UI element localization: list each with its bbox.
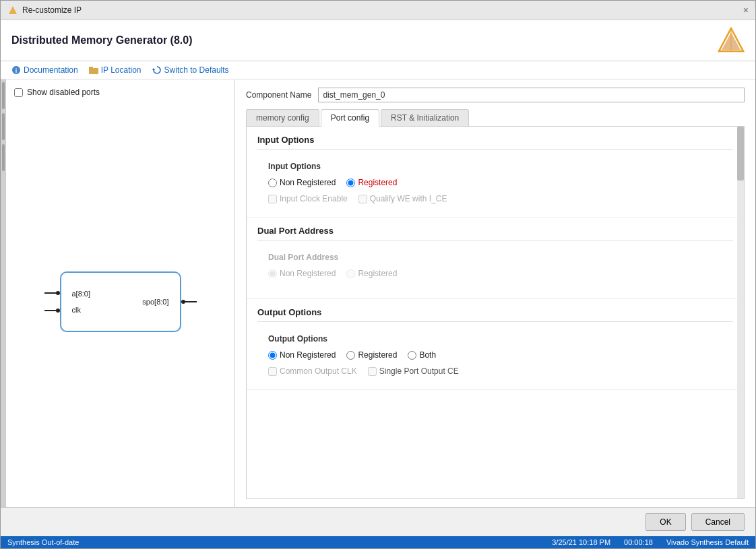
output-non-registered-radio[interactable] — [268, 351, 277, 360]
component-name-row: Component Name — [246, 88, 745, 102]
dual-port-address-subsection: Dual Port Address Non Registered Registe… — [257, 247, 733, 290]
svg-rect-7 — [89, 67, 93, 69]
output-options-checkbox-group: Common Output CLK Single Port Output CE — [268, 366, 722, 376]
status-time: 00:00:18 — [624, 538, 653, 546]
tab-content-port-config: Input Options Input Options Non Register… — [246, 127, 745, 499]
tab-memory-config[interactable]: memory config — [246, 109, 319, 126]
dual-registered-radio — [346, 269, 355, 278]
input-options-radio-group: Non Registered Registered — [268, 178, 722, 187]
app-icon — [7, 5, 18, 15]
close-button[interactable]: × — [743, 5, 749, 15]
input-registered-radio[interactable] — [346, 179, 355, 187]
component-name-label: Component Name — [246, 90, 311, 100]
show-disabled-row: Show disabled ports — [14, 88, 226, 97]
port-a-label: a[8:0] — [72, 290, 91, 298]
tab-bar: memory config Port config RST & Initiali… — [246, 109, 745, 127]
output-options-radio-group: Non Registered Registered Both — [268, 350, 722, 360]
input-options-checkbox-group: Input Clock Enable Qualify WE with I_CE — [268, 194, 722, 203]
dual-port-address-section: Dual Port Address Dual Port Address Non … — [247, 218, 744, 299]
sidebar-segment — [2, 144, 5, 171]
port-clk-label: clk — [72, 306, 91, 314]
svg-text:i: i — [15, 67, 18, 74]
synthesis-status: Synthesis Out-of-date — [7, 538, 79, 546]
right-panel: Component Name memory config Port config… — [235, 79, 755, 507]
show-disabled-label[interactable]: Show disabled ports — [27, 88, 100, 97]
dual-port-address-radio-group: Non Registered Registered — [268, 269, 722, 278]
dual-registered-option: Registered — [346, 269, 397, 278]
title-bar: Re-customize IP × — [1, 1, 755, 20]
info-icon: i — [11, 65, 21, 75]
ip-location-label: IP Location — [101, 65, 141, 75]
dual-non-registered-radio — [268, 269, 277, 278]
sidebar-segment — [2, 113, 5, 140]
switch-defaults-button[interactable]: Switch to Defaults — [152, 65, 229, 75]
chip-right-ports: spo[8:0] — [142, 298, 168, 306]
footer: OK Cancel — [1, 507, 755, 536]
svg-marker-0 — [9, 6, 17, 14]
ok-button[interactable]: OK — [645, 513, 685, 531]
output-options-subsection: Output Options Non Registered Registered — [257, 329, 733, 381]
show-disabled-checkbox[interactable] — [14, 88, 23, 97]
port-spo-label: spo[8:0] — [142, 298, 168, 306]
output-registered-radio[interactable] — [346, 351, 355, 360]
input-clock-enable-option[interactable]: Input Clock Enable — [268, 194, 348, 203]
single-port-output-ce-checkbox — [368, 367, 377, 376]
left-sidebar-strip — [1, 79, 6, 507]
main-content: Show disabled ports — [1, 79, 755, 507]
folder-icon — [89, 66, 98, 74]
dual-port-address-section-title: Dual Port Address — [257, 226, 733, 240]
tab-rst-init[interactable]: RST & Initialization — [381, 109, 469, 126]
tab-port-config[interactable]: Port config — [321, 109, 379, 127]
common-output-clk-option[interactable]: Common Output CLK — [268, 366, 357, 376]
switch-defaults-label: Switch to Defaults — [164, 65, 229, 75]
title-bar-text: Re-customize IP — [22, 5, 82, 15]
component-name-input[interactable] — [318, 88, 745, 102]
dialog-title: Distributed Memory Generator (8.0) — [11, 34, 193, 46]
status-bar: Synthesis Out-of-date 3/25/21 10:18 PM 0… — [1, 536, 755, 548]
header: Distributed Memory Generator (8.0) — [1, 20, 755, 61]
diagram-area: a[8:0] clk spo[8:0] — [14, 104, 226, 499]
chip-diagram: a[8:0] clk spo[8:0] — [60, 271, 181, 332]
output-both-option[interactable]: Both — [408, 350, 436, 360]
input-non-registered-radio[interactable] — [268, 179, 277, 187]
scrollbar-thumb[interactable] — [737, 127, 744, 181]
input-options-section-title: Input Options — [257, 135, 733, 150]
status-date: 3/25/21 10:18 PM — [552, 538, 610, 546]
status-app: Vivado Synthesis Default — [666, 538, 749, 546]
svg-marker-8 — [152, 68, 155, 70]
input-options-subsection-title: Input Options — [268, 162, 722, 171]
qualify-we-option[interactable]: Qualify WE with I_CE — [358, 194, 447, 203]
input-non-registered-option[interactable]: Non Registered — [268, 178, 336, 187]
output-registered-option[interactable]: Registered — [346, 350, 397, 360]
chip-left-ports: a[8:0] clk — [72, 290, 91, 314]
output-both-radio[interactable] — [408, 351, 416, 360]
scrollbar-track[interactable] — [737, 127, 744, 498]
input-options-section: Input Options Input Options Non Register… — [247, 127, 744, 218]
input-options-subsection: Input Options Non Registered Registered — [257, 156, 733, 209]
single-port-output-ce-option[interactable]: Single Port Output CE — [368, 366, 459, 376]
input-clock-enable-checkbox — [268, 195, 277, 203]
input-registered-option[interactable]: Registered — [346, 178, 397, 187]
left-panel: Show disabled ports — [6, 79, 235, 507]
output-options-section-title: Output Options — [257, 307, 733, 322]
output-options-section: Output Options Output Options Non Regist… — [247, 299, 744, 390]
dual-port-address-subsection-title: Dual Port Address — [268, 253, 722, 262]
refresh-icon — [152, 65, 162, 75]
toolbar: i Documentation IP Location Switch to De… — [1, 61, 755, 79]
documentation-label: Documentation — [24, 65, 78, 75]
dual-non-registered-option: Non Registered — [268, 269, 336, 278]
common-output-clk-checkbox — [268, 367, 277, 376]
output-options-subsection-title: Output Options — [268, 334, 722, 344]
qualify-we-checkbox — [358, 195, 367, 203]
output-non-registered-option[interactable]: Non Registered — [268, 350, 336, 360]
sidebar-segment — [2, 82, 5, 109]
documentation-button[interactable]: i Documentation — [11, 65, 78, 75]
ip-location-button[interactable]: IP Location — [89, 65, 141, 75]
vivado-logo-icon — [718, 27, 745, 54]
footer-buttons: OK Cancel — [645, 513, 745, 531]
cancel-button[interactable]: Cancel — [691, 513, 745, 531]
